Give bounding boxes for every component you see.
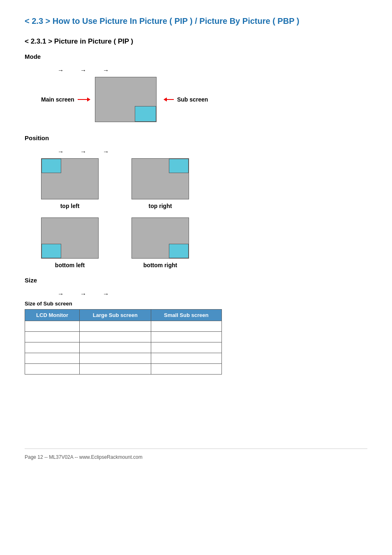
table-row (25, 332, 222, 342)
pip-diagram: Main screen Sub screen (41, 77, 367, 122)
pos-label-tl: top left (60, 203, 80, 209)
table-row (25, 353, 222, 364)
cell (80, 342, 151, 353)
position-arrows-row: → → → (58, 148, 367, 155)
col-small-sub: Small Sub screen (151, 310, 221, 321)
cell (80, 353, 151, 364)
size-label: Size (25, 277, 367, 284)
main-screen-label-container: Main screen (41, 96, 90, 103)
main-screen-text: Main screen (41, 96, 74, 103)
arrow-1: → (58, 67, 64, 74)
cell (80, 332, 151, 342)
position-bottom-right: bottom right (131, 217, 189, 268)
sub-screen-text: Sub screen (177, 96, 208, 103)
cell (80, 321, 151, 332)
pip-main-box (95, 77, 157, 122)
col-large-sub: Large Sub screen (80, 310, 151, 321)
position-bottom-left: bottom left (41, 217, 99, 268)
cell (151, 353, 221, 364)
cell (80, 364, 151, 375)
cell (25, 364, 80, 375)
footer: Page 12 -- ML37V02A -- www.EclipseRackmo… (25, 449, 367, 460)
pos-box-bl (41, 217, 99, 259)
footer-text: Page 12 -- ML37V02A -- www.EclipseRackmo… (25, 454, 143, 460)
pos-label-br: bottom right (143, 262, 177, 268)
mode-label: Mode (25, 53, 367, 60)
arrow-3: → (103, 67, 109, 74)
cell (151, 364, 221, 375)
cell (25, 342, 80, 353)
cell (25, 353, 80, 364)
table-row (25, 321, 222, 332)
size-arrow-2: → (80, 290, 86, 297)
pos-sub-bl (42, 244, 61, 258)
mode-arrows-row: → → → (58, 67, 367, 74)
pos-sub-tl (42, 159, 61, 173)
position-section: Position → → → top left top right bottom… (25, 134, 367, 268)
sub-screen-arrow (164, 99, 174, 100)
col-lcd-monitor: LCD Monitor (25, 310, 80, 321)
position-top-row: top left top right (41, 158, 367, 209)
pos-sub-br (169, 244, 189, 258)
position-label: Position (25, 134, 367, 141)
size-section: Size → → → Size of Sub screen LCD Monito… (25, 277, 367, 375)
pip-sub-box (135, 106, 156, 122)
arrow-2: → (80, 67, 86, 74)
position-bottom-row: bottom left bottom right (41, 217, 367, 268)
pos-arrow-2: → (80, 148, 86, 155)
position-top-right: top right (131, 158, 189, 209)
table-header-row: LCD Monitor Large Sub screen Small Sub s… (25, 310, 222, 321)
cell (151, 332, 221, 342)
size-arrow-3: → (103, 290, 109, 297)
table-row (25, 342, 222, 353)
cell (151, 321, 221, 332)
size-of-sub-label: Size of Sub screen (25, 301, 367, 307)
pos-box-br (131, 217, 189, 259)
pos-label-bl: bottom left (55, 262, 85, 268)
main-screen-arrow (78, 99, 90, 100)
cell (25, 332, 80, 342)
size-arrows-row: → → → (58, 290, 367, 297)
cell (25, 321, 80, 332)
pos-arrow-1: → (58, 148, 64, 155)
pos-arrow-3: → (103, 148, 109, 155)
cell (151, 342, 221, 353)
pos-sub-tr (169, 159, 189, 173)
section-title: < 2.3.1 > Picture in Picture ( PIP ) (25, 37, 367, 46)
sub-screen-label-container: Sub screen (164, 96, 208, 103)
size-table: LCD Monitor Large Sub screen Small Sub s… (25, 309, 222, 375)
pos-box-tr (131, 158, 189, 199)
pos-box-tl (41, 158, 99, 199)
position-top-left: top left (41, 158, 99, 209)
main-title: < 2.3 > How to Use Picture In Picture ( … (25, 16, 367, 26)
table-row (25, 364, 222, 375)
pos-label-tr: top right (149, 203, 172, 209)
size-arrow-1: → (58, 290, 64, 297)
